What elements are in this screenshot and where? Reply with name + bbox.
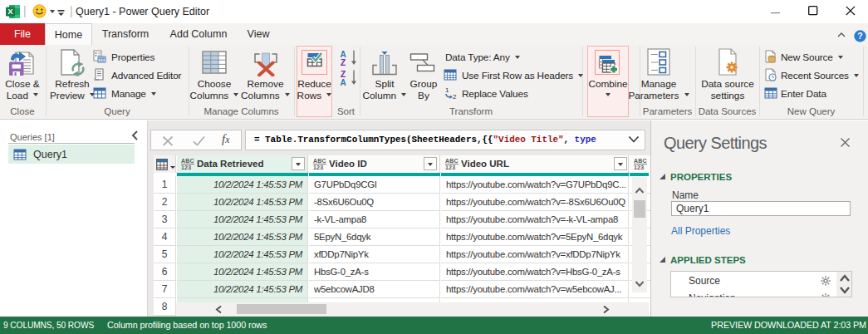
svg-text:1: 1	[445, 86, 449, 94]
svg-text:?: ?	[857, 31, 862, 41]
svg-text:Z: Z	[341, 58, 346, 67]
svg-text:A: A	[340, 78, 346, 87]
svg-text:2: 2	[453, 93, 457, 100]
svg-text:X: X	[7, 7, 13, 16]
